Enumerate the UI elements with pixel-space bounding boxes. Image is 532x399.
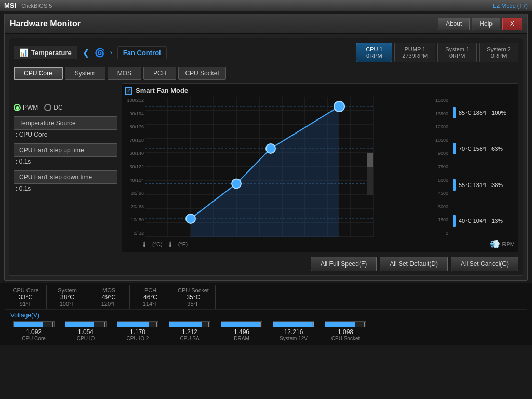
volt-bar-container xyxy=(13,321,55,327)
pwm-radio[interactable]: PWM xyxy=(14,104,38,111)
temp-source-button[interactable]: Temperature Source xyxy=(14,116,117,130)
volt-item-system-12v: 12.216 System 12V xyxy=(270,321,317,341)
y-axis-label: 90/194 xyxy=(126,111,144,116)
y-axis-label: 60/140 xyxy=(126,151,144,156)
tab-temperature[interactable]: 📊 Temperature xyxy=(14,46,77,59)
y-axis-left: 100/21290/19480/17670/15860/14050/12240/… xyxy=(125,97,145,237)
volt-bar-container xyxy=(325,321,366,327)
volt-item-dram: 1.496 DRAM xyxy=(218,321,265,341)
y-axis-right-label: 1500 xyxy=(431,217,448,222)
sensor-val2: 120°F xyxy=(95,301,123,307)
volt-bar-container xyxy=(221,321,262,327)
step-up-button[interactable]: CPU Fan1 step up time xyxy=(14,143,117,157)
fahrenheit-label: (°F) xyxy=(178,241,188,247)
sensor-item-cpu-socket: CPU Socket 35°C 95°F xyxy=(171,285,216,309)
sensor-item-pch: PCH 46°C 114°F xyxy=(130,285,171,309)
volt-val: 1.212 xyxy=(182,328,197,336)
y-axis-label: 50/122 xyxy=(126,164,144,169)
bottom-btn-all-set-cancel-c-[interactable]: All Set Cancel(C) xyxy=(451,257,518,271)
pwm-radio-outer xyxy=(14,104,21,111)
sub-tab-system[interactable]: System xyxy=(65,66,105,80)
volt-item-cpu-socket: 1.098 CPU Socket xyxy=(322,321,369,341)
fan-btn-0[interactable]: CPU 10RPM xyxy=(356,43,392,62)
help-button[interactable]: Help xyxy=(472,18,500,30)
volt-bar-fill xyxy=(221,322,261,327)
smart-fan-header: ✓ Smart Fan Mode xyxy=(125,87,515,95)
y-axis-right: 1500013500120001050090007500600045003000… xyxy=(430,97,449,237)
volt-val: 1.054 xyxy=(78,328,94,336)
sensor-val1: 49°C xyxy=(95,294,123,301)
volt-bar-container xyxy=(273,321,314,327)
bottom-btn-all-set-default-d-[interactable]: All Set Default(D) xyxy=(380,257,448,271)
sensor-name: CPU Core xyxy=(11,287,40,294)
volt-name: CPU SA xyxy=(180,336,199,341)
volt-val: 1.098 xyxy=(338,328,353,336)
smart-fan-checkbox[interactable]: ✓ xyxy=(125,87,132,95)
temp-source-section: Temperature Source : CPU Core xyxy=(14,116,117,138)
left-panel: PWM DC Temperature Source : CPU Core CPU… xyxy=(14,83,117,252)
fan-spin-icon: 💨 xyxy=(490,239,500,249)
dc-radio[interactable]: DC xyxy=(44,104,62,111)
smart-fan-label: Smart Fan Mode xyxy=(136,87,188,95)
sensor-item-mos: MOS 49°C 120°F xyxy=(88,285,130,309)
legend-pct: 100% xyxy=(491,110,506,116)
sensor-name: CPU Socket xyxy=(178,287,209,294)
sub-tab-cpu-core[interactable]: CPU Core xyxy=(14,66,63,80)
volt-val: 1.092 xyxy=(26,328,42,336)
pwm-radio-inner xyxy=(16,106,19,110)
fan-chart-canvas[interactable] xyxy=(145,97,374,237)
voltage-label: Voltage(V) xyxy=(10,312,522,319)
fan-btn-1[interactable]: PUMP 12739RPM xyxy=(394,43,435,62)
legend-bar xyxy=(453,215,456,227)
step-down-button[interactable]: CPU Fan1 step down time xyxy=(14,170,117,184)
close-button[interactable]: X xyxy=(502,18,522,30)
step-up-section: CPU Fan1 step up time : 0.1s xyxy=(14,143,117,165)
about-button[interactable]: About xyxy=(438,18,470,30)
legend-temp: 70°C 158°F xyxy=(459,145,488,152)
sub-tab-mos[interactable]: MOS xyxy=(108,66,141,80)
voltage-bars: 1.092 CPU Core 1.054 CPU IO 1.170 CPU IO… xyxy=(10,321,522,341)
chart-legend: 85°C 185°F 100% 70°C 158°F 63% 55°C 131°… xyxy=(453,97,515,237)
sensor-item-system: System 38°C 100°F xyxy=(47,285,88,309)
fan-btn-3[interactable]: System 20RPM xyxy=(479,43,518,62)
y-axis-label: 30/ 86 xyxy=(126,191,144,196)
y-axis-right-label: 13500 xyxy=(431,111,448,116)
fan-btn-2[interactable]: System 10RPM xyxy=(437,43,477,62)
sensor-val2: 114°F xyxy=(136,301,165,307)
fan-selector: CPU 10RPMPUMP 12739RPMSystem 10RPMSystem… xyxy=(356,43,518,62)
y-axis-label: 80/176 xyxy=(126,124,144,129)
volt-bar-fill xyxy=(117,322,149,327)
volt-name: CPU IO 2 xyxy=(127,336,149,341)
chart-footer: 🌡 (°C) 🌡 (°F) 💨 RPM xyxy=(125,239,515,249)
sub-tab-pch[interactable]: PCH xyxy=(143,66,176,80)
voltage-section: Voltage(V) 1.092 CPU Core 1.054 CPU IO 1… xyxy=(5,310,527,343)
volt-item-cpu-sa: 1.212 CPU SA xyxy=(166,321,213,341)
volt-bar-fill xyxy=(14,322,43,327)
volt-name: CPU Core xyxy=(22,336,46,341)
y-axis-label: 100/212 xyxy=(126,98,144,103)
ez-mode-label[interactable]: EZ Mode (F7) xyxy=(493,3,528,9)
bottom-btn-all-full-speed-f-[interactable]: All Full Speed(F) xyxy=(311,257,377,271)
panels: PWM DC Temperature Source : CPU Core CPU… xyxy=(14,83,518,252)
sub-tab-cpu-socket[interactable]: CPU Socket xyxy=(178,66,225,80)
y-axis-right-label: 6000 xyxy=(431,178,448,183)
y-axis-right-label: 9000 xyxy=(431,151,448,156)
sensor-val1: 46°C xyxy=(136,294,165,301)
volt-bar-fill xyxy=(169,322,202,327)
chart-wrapper[interactable] xyxy=(145,97,430,237)
chart-main: 100/21290/19480/17670/15860/14050/12240/… xyxy=(125,97,449,237)
arrow-left-icon: ❮ xyxy=(83,48,89,58)
volt-val: 12.216 xyxy=(284,328,303,336)
tab-header-row: 📊 Temperature ❮ 🌀 › Fan Control CPU 10RP… xyxy=(14,43,518,62)
tab-fan-control[interactable]: Fan Control xyxy=(117,46,167,59)
volt-name: CPU Socket xyxy=(331,336,360,341)
dc-label: DC xyxy=(54,104,62,111)
legend-temp: 40°C 104°F xyxy=(459,218,488,224)
volt-bar-marker xyxy=(208,322,209,327)
y-axis-right-label: 3000 xyxy=(431,204,448,209)
legend-row: 85°C 185°F 100% xyxy=(453,107,515,118)
window-title: Hardware Monitor xyxy=(10,19,436,29)
chart-panel: ✓ Smart Fan Mode 100/21290/19480/17670/1… xyxy=(122,83,518,252)
y-axis-label: 70/158 xyxy=(126,138,144,143)
y-axis-right-label: 4500 xyxy=(431,191,448,196)
